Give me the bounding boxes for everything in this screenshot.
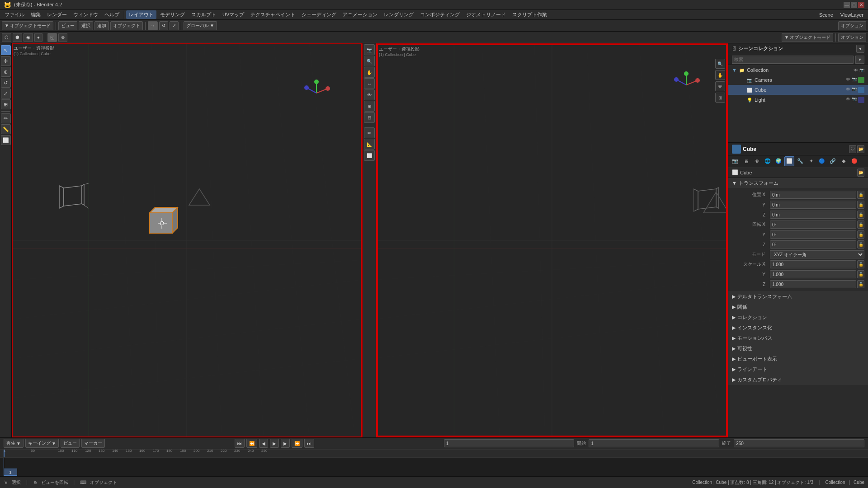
workspace-shading[interactable]: シェーディング [299, 10, 339, 19]
playback-menu[interactable]: 再生▼ [4, 439, 24, 448]
toggle-camera-view[interactable]: 📷 [364, 44, 375, 55]
scale-y-lock[interactable]: 🔒 [857, 270, 864, 278]
marker-menu[interactable]: マーカー [81, 439, 105, 448]
light-visibility-icon[interactable]: 👁 [846, 97, 850, 103]
collection-visibility-icon[interactable]: 👁 [854, 68, 858, 73]
rotation-mode-select[interactable]: XYZ オイラー角 [770, 250, 864, 258]
start-frame-field[interactable]: 1 [589, 439, 719, 447]
prop-icon-material[interactable]: 🔴 [849, 156, 859, 166]
add-cube-tool[interactable]: ⬜ [1, 135, 11, 145]
viewport-shading-render[interactable]: ● [34, 33, 42, 42]
position-y-field[interactable]: 0 m [770, 201, 856, 209]
measure-tool[interactable]: 📏 [1, 124, 11, 134]
menu-file[interactable]: ファイル [2, 10, 27, 19]
menu-edit[interactable]: 編集 [28, 10, 43, 19]
gizmo-btn[interactable]: ⊕ [58, 33, 67, 42]
viewport2-mode-dropdown[interactable]: ▼ オブジェクトモード [782, 33, 833, 42]
viewport-shading-material[interactable]: ◉ [24, 33, 33, 42]
viewport-shading-solid[interactable]: ⬢ [13, 33, 22, 42]
rotation-y-field[interactable]: 0° [770, 230, 856, 239]
prop-icon-modifier[interactable]: 🔧 [795, 156, 805, 166]
prop-icon-constraints[interactable]: 🔗 [828, 156, 838, 166]
outliner-filter[interactable]: ▼ [856, 45, 864, 53]
menu-help[interactable]: ヘルプ [102, 10, 122, 19]
object-mode-dropdown[interactable]: ▼ オブジェクトモード [2, 21, 53, 30]
move-tool[interactable]: ⊕ [1, 67, 11, 77]
scale-icon-btn[interactable]: ⤢ [170, 21, 179, 30]
hand-right[interactable]: ✋ [715, 70, 725, 80]
workspace-compositing[interactable]: コンポジティング [417, 10, 462, 19]
grab-tool[interactable]: ✋ [364, 67, 375, 78]
measure-strip[interactable]: 📐 [364, 139, 375, 150]
scale-x-field[interactable]: 1.000 [770, 260, 856, 268]
rotation-y-lock[interactable]: 🔒 [857, 230, 864, 239]
position-y-lock[interactable]: 🔒 [857, 201, 864, 209]
scale-z-lock[interactable]: 🔒 [857, 280, 864, 288]
workspace-animation[interactable]: アニメーション [340, 10, 380, 19]
annotate-strip[interactable]: ✏ [364, 127, 375, 138]
prop-icon-particles[interactable]: ✦ [806, 156, 816, 166]
prop-section-relations-header[interactable]: ▶ 関係 [728, 302, 868, 312]
scale-x-lock[interactable]: 🔒 [857, 260, 864, 268]
outliner-row-camera[interactable]: 📷 Camera 👁 📷 [728, 75, 868, 85]
viewport-zoom-in[interactable]: 🔍 [364, 56, 375, 66]
viewport-right[interactable]: ユーザー・透視投影 (1) Collection | Cube [376, 43, 728, 437]
jump-to-end-btn[interactable]: ⏭ [304, 439, 314, 448]
position-z-lock[interactable]: 🔒 [857, 211, 864, 219]
eye-right[interactable]: 👁 [715, 81, 725, 91]
prop-icon-data[interactable]: ◆ [839, 156, 849, 166]
prop-fake-user-btn[interactable]: 🛡 [849, 145, 856, 153]
grid-view[interactable]: ⊞ [364, 101, 375, 112]
workspace-rendering[interactable]: レンダリング [381, 10, 416, 19]
prop-section-transform-header[interactable]: ▼ トランスフォーム [728, 178, 868, 188]
rotate-icon-btn[interactable]: ↺ [159, 21, 168, 30]
camera-visibility-icon[interactable]: 👁 [846, 77, 850, 83]
prop-data-browse-btn[interactable]: 📂 [857, 169, 864, 177]
current-frame-display[interactable]: 1 [444, 439, 575, 447]
timeline[interactable]: 1 50 100 110 120 130 140 150 160 170 180… [0, 449, 868, 476]
prop-icon-object[interactable]: ⬜ [784, 156, 794, 166]
camera-render-icon[interactable]: 📷 [852, 77, 857, 83]
prop-section-collection-header[interactable]: ▶ コレクション [728, 312, 868, 322]
workspace-uv[interactable]: UVマップ [220, 10, 247, 19]
select-menu-btn[interactable]: 選択 [79, 21, 93, 30]
light-render-icon[interactable]: 📷 [852, 97, 857, 103]
frame-1-btn[interactable]: 1 [4, 469, 17, 476]
cube-render-icon[interactable]: 📷 [852, 87, 857, 93]
cursor-tool[interactable]: ✛ [1, 56, 11, 66]
prop-section-line-art-header[interactable]: ▶ ラインアート [728, 364, 868, 374]
cube-visibility-icon[interactable]: 👁 [846, 87, 850, 93]
overlays-btn[interactable]: ◱ [47, 33, 57, 42]
rotation-z-lock[interactable]: 🔒 [857, 240, 864, 249]
collection-render-icon[interactable]: 📷 [859, 68, 864, 73]
prop-icon-view[interactable]: 👁 [752, 156, 762, 166]
prop-icon-render[interactable]: 📷 [730, 156, 740, 166]
workspace-texture[interactable]: テクスチャペイント [248, 10, 298, 19]
outliner-row-collection[interactable]: ▼ 📁 Collection 👁 📷 [728, 65, 868, 75]
minimize-button[interactable]: — [844, 2, 850, 8]
end-frame-field[interactable]: 250 [734, 439, 864, 447]
rotation-x-lock[interactable]: 🔒 [857, 221, 864, 229]
viewport-shading-wire[interactable]: ⬡ [2, 33, 11, 42]
viewlayer-selector[interactable]: ViewLayer [838, 11, 866, 19]
position-x-field[interactable]: 0 m [770, 191, 856, 199]
rotation-z-field[interactable]: 0° [770, 240, 856, 249]
scale-z-field[interactable]: 1.000 [770, 280, 856, 288]
outliner-row-cube[interactable]: ⬜ Cube 👁 📷 [728, 85, 868, 95]
annotate-tool[interactable]: ✏ [1, 113, 11, 123]
rotate-tool[interactable]: ↺ [1, 78, 11, 88]
workspace-geometry[interactable]: ジオメトリノード [463, 10, 509, 19]
prop-icon-world[interactable]: 🌍 [774, 156, 783, 166]
quad-view[interactable]: ⊟ [364, 112, 375, 123]
prop-section-viewport-display-header[interactable]: ▶ ビューポート表示 [728, 354, 868, 364]
view-menu-btn[interactable]: ビュー [58, 21, 77, 30]
outliner-search-input[interactable] [732, 56, 854, 64]
outliner-row-light[interactable]: 💡 Light 👁 📷 [728, 95, 868, 105]
options-btn-right[interactable]: オプション [838, 21, 866, 30]
view-menu-timeline[interactable]: ビュー [61, 439, 80, 448]
timeline-content[interactable]: 1 [0, 458, 868, 476]
rotation-x-field[interactable]: 0° [770, 221, 856, 229]
scene-selector[interactable]: Scene [816, 11, 836, 19]
prop-icon-output[interactable]: 🖥 [741, 156, 751, 166]
grid-right[interactable]: ⊞ [715, 93, 725, 103]
